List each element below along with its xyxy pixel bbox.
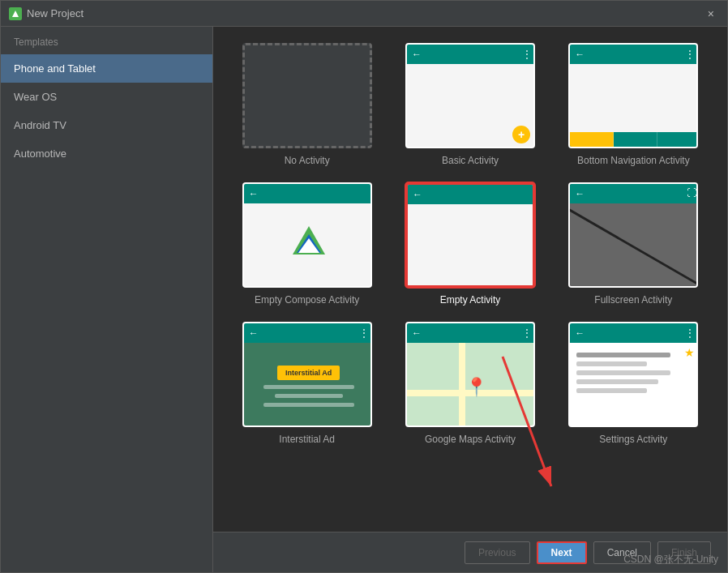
template-empty-activity[interactable]: ← Empty Activity xyxy=(400,182,539,306)
more-icon-4: ⋮ xyxy=(522,327,532,339)
sidebar-item-android-tv[interactable]: Android TV xyxy=(1,111,212,139)
settings-line-5 xyxy=(576,388,646,393)
template-thumb-no-activity xyxy=(242,43,372,148)
template-no-activity[interactable]: No Activity xyxy=(238,43,376,166)
template-thumb-empty-compose: ← xyxy=(242,182,372,288)
back-arrow-icon-8: ← xyxy=(575,327,585,339)
back-arrow-icon-7: ← xyxy=(412,327,422,339)
template-label-google-maps: Google Maps Activity xyxy=(425,434,516,445)
back-arrow-icon-5: ← xyxy=(575,188,585,199)
sidebar-item-wear-os[interactable]: Wear OS xyxy=(1,83,212,111)
template-bottom-nav[interactable]: ← ⋮ Bottom Nav xyxy=(564,43,703,166)
ad-line-1 xyxy=(263,385,354,389)
titlebar: New Project × xyxy=(1,1,727,27)
next-button[interactable]: Next xyxy=(537,541,587,564)
map-road-v xyxy=(459,343,465,427)
template-label-empty-compose: Empty Compose Activity xyxy=(255,294,359,306)
watermark: CSDN @张不无-Unity xyxy=(623,553,718,567)
template-basic-activity[interactable]: ← ⋮ + Basic Activity xyxy=(400,43,539,166)
app-icon xyxy=(9,7,22,20)
settings-line-3 xyxy=(576,370,670,375)
template-settings[interactable]: ← ⋮ ★ xyxy=(564,322,703,445)
template-label-fullscreen: Fullscreen Activity xyxy=(594,294,672,306)
new-project-window: New Project × Templates Phone and Tablet… xyxy=(0,0,728,573)
template-thumb-interstitial-ad: ← ⋮ Interstitial Ad xyxy=(242,322,372,427)
main-area: No Activity ← ⋮ + xyxy=(213,27,727,572)
template-thumb-fullscreen: ← ⛶ xyxy=(568,182,698,288)
template-label-settings: Settings Activity xyxy=(599,434,667,445)
settings-line-2 xyxy=(576,361,646,366)
close-button[interactable]: × xyxy=(703,6,719,22)
template-label-bottom-nav: Bottom Navigation Activity xyxy=(577,155,690,166)
more-icon-3: ⋮ xyxy=(359,327,369,339)
ad-line-3 xyxy=(263,403,354,407)
map-pin-icon: 📍 xyxy=(465,377,487,398)
fab-icon: + xyxy=(512,126,530,143)
window-title: New Project xyxy=(27,7,703,19)
back-arrow-icon-4: ← xyxy=(413,189,422,200)
template-label-no-activity: No Activity xyxy=(285,155,330,166)
main-content: Templates Phone and Tablet Wear OS Andro… xyxy=(1,27,727,572)
sidebar-item-phone-tablet[interactable]: Phone and Tablet xyxy=(1,54,212,83)
compose-logo-icon xyxy=(289,222,329,263)
back-arrow-icon-3: ← xyxy=(249,188,259,199)
template-empty-compose[interactable]: ← Empty Compo xyxy=(238,182,376,306)
previous-button[interactable]: Previous xyxy=(465,541,530,564)
sidebar: Templates Phone and Tablet Wear OS Andro… xyxy=(1,27,213,572)
templates-grid: No Activity ← ⋮ + xyxy=(213,27,727,532)
diagonal-decoration xyxy=(570,203,698,288)
template-thumb-basic-activity: ← ⋮ + xyxy=(405,43,535,148)
bottom-nav-bar xyxy=(570,132,698,148)
back-arrow-icon-2: ← xyxy=(575,49,585,60)
more-icon-5: ⋮ xyxy=(685,327,695,339)
settings-line-1 xyxy=(576,353,670,357)
sidebar-section-label: Templates xyxy=(1,27,212,54)
more-icon-2: ⋮ xyxy=(685,49,695,60)
template-thumb-google-maps: ← ⋮ 📍 xyxy=(405,322,535,427)
template-label-basic-activity: Basic Activity xyxy=(442,155,499,166)
template-label-empty-activity: Empty Activity xyxy=(440,294,501,306)
template-fullscreen[interactable]: ← ⛶ Fullscreen Activity xyxy=(564,182,703,306)
star-icon: ★ xyxy=(684,346,695,359)
template-thumb-bottom-nav: ← ⋮ xyxy=(568,43,698,148)
template-google-maps[interactable]: ← ⋮ 📍 Google Maps Activity xyxy=(400,322,539,445)
back-arrow-icon-6: ← xyxy=(249,327,259,339)
template-thumb-empty-activity: ← xyxy=(405,182,535,288)
interstitial-ad-button: Interstitial Ad xyxy=(277,366,340,380)
back-arrow-icon: ← xyxy=(412,49,422,60)
settings-line-4 xyxy=(576,379,658,384)
sidebar-item-automotive[interactable]: Automotive xyxy=(1,139,212,168)
expand-icon: ⛶ xyxy=(687,187,696,199)
more-icon: ⋮ xyxy=(522,49,532,60)
ad-line-2 xyxy=(275,394,343,398)
template-label-interstitial-ad: Interstitial Ad xyxy=(279,434,335,445)
template-interstitial-ad[interactable]: ← ⋮ Interstitial Ad Interstitial Ad xyxy=(238,322,376,445)
svg-marker-0 xyxy=(12,11,19,17)
template-thumb-settings: ← ⋮ ★ xyxy=(568,322,698,427)
